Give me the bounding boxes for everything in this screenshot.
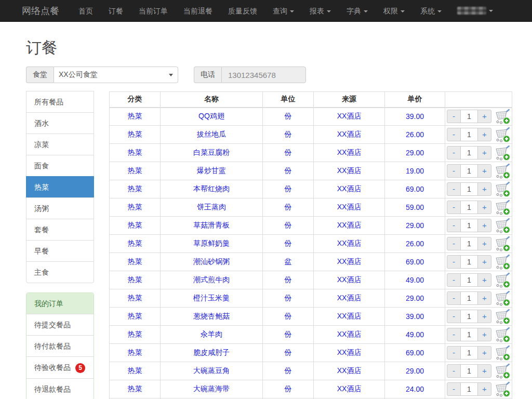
add-to-cart-button[interactable] (494, 236, 510, 251)
sidebar-category-item[interactable]: 套餐 (26, 219, 94, 241)
qty-plus-button[interactable]: + (477, 164, 491, 178)
qty-minus-button[interactable]: - (447, 273, 461, 287)
cell-dish-name[interactable]: 潮汕砂锅粥 (161, 253, 263, 271)
navbar-dropdown[interactable]: 系统 (413, 0, 449, 21)
my-orders-header[interactable]: 我的订单 (26, 293, 94, 314)
qty-plus-button[interactable]: + (477, 255, 491, 269)
qty-plus-button[interactable]: + (477, 291, 491, 305)
sidebar-category-item[interactable]: 热菜 (26, 176, 94, 198)
sidebar-category-item[interactable]: 主食 (26, 261, 94, 283)
cell-dish-name[interactable]: 本帮红烧肉 (161, 180, 263, 198)
qty-minus-button[interactable]: - (447, 328, 461, 341)
qty-minus-button[interactable]: - (447, 110, 461, 123)
qty-plus-button[interactable]: + (477, 182, 491, 196)
cell-dish-name[interactable]: 白菜豆腐粉 (161, 144, 263, 162)
navbar-dropdown[interactable]: 查询 (265, 0, 302, 21)
cell-dish-name[interactable]: QQ鸡翅 (161, 108, 263, 126)
qty-plus-button[interactable]: + (477, 128, 491, 141)
cell-dish-name[interactable]: 拔丝地瓜 (161, 126, 263, 144)
qty-input[interactable]: 1 (460, 382, 478, 396)
qty-input[interactable]: 1 (460, 255, 478, 269)
qty-input[interactable]: 1 (460, 128, 478, 141)
phone-input[interactable]: 13012345678 (221, 66, 306, 83)
qty-minus-button[interactable]: - (447, 346, 461, 360)
qty-minus-button[interactable]: - (447, 219, 461, 232)
cell-dish-name[interactable]: 葱烧杏鲍菇 (161, 308, 263, 326)
add-to-cart-button[interactable] (494, 163, 510, 179)
add-to-cart-button[interactable] (494, 200, 510, 215)
add-to-cart-button[interactable] (494, 218, 510, 233)
add-to-cart-button[interactable] (494, 309, 510, 324)
navbar-dropdown[interactable]: 权限 (376, 0, 413, 21)
cell-dish-name[interactable]: 橙汁玉米羹 (161, 289, 263, 308)
cell-dish-name[interactable]: 潮式煎牛肉 (161, 271, 263, 289)
cell-dish-name[interactable]: 大碗蒸豆角 (161, 362, 263, 380)
sidebar-category-item[interactable]: 早餐 (26, 240, 94, 262)
qty-plus-button[interactable]: + (477, 364, 491, 378)
qty-input[interactable]: 1 (460, 110, 478, 123)
qty-minus-button[interactable]: - (447, 237, 461, 250)
cell-dish-name[interactable]: 汆羊肉 (161, 326, 263, 344)
qty-minus-button[interactable]: - (447, 164, 461, 178)
cell-dish-name[interactable]: 大碗蒸海带 (161, 380, 263, 398)
qty-minus-button[interactable]: - (447, 201, 461, 214)
sidebar-order-item[interactable]: 待付款餐品 (26, 335, 94, 356)
add-to-cart-button[interactable] (494, 127, 510, 142)
qty-plus-button[interactable]: + (477, 219, 491, 232)
qty-plus-button[interactable]: + (477, 273, 491, 287)
qty-minus-button[interactable]: - (447, 382, 461, 396)
qty-minus-button[interactable]: - (447, 146, 461, 159)
cell-dish-name[interactable]: 脆皮咸肘子 (161, 344, 263, 362)
qty-input[interactable]: 1 (460, 182, 478, 196)
qty-input[interactable]: 1 (460, 201, 478, 214)
brand-link[interactable]: 网络点餐 (22, 0, 59, 21)
user-menu[interactable] (449, 0, 501, 21)
qty-input[interactable]: 1 (460, 273, 478, 287)
add-to-cart-button[interactable] (494, 145, 510, 161)
navbar-dropdown[interactable]: 字典 (339, 0, 376, 21)
qty-input[interactable]: 1 (460, 346, 478, 360)
qty-input[interactable]: 1 (460, 328, 478, 341)
qty-plus-button[interactable]: + (477, 346, 491, 360)
add-to-cart-button[interactable] (494, 327, 510, 342)
add-to-cart-button[interactable] (494, 181, 510, 197)
qty-input[interactable]: 1 (460, 291, 478, 305)
sidebar-category-item[interactable]: 酒水 (26, 112, 94, 134)
qty-plus-button[interactable]: + (477, 310, 491, 323)
qty-minus-button[interactable]: - (447, 364, 461, 378)
navbar-link[interactable]: 质量反馈 (220, 0, 265, 21)
navbar-link[interactable]: 当前订单 (131, 0, 176, 21)
add-to-cart-button[interactable] (494, 381, 510, 397)
qty-plus-button[interactable]: + (477, 382, 491, 396)
navbar-link[interactable]: 订餐 (101, 0, 131, 21)
qty-plus-button[interactable]: + (477, 201, 491, 214)
qty-input[interactable]: 1 (460, 219, 478, 232)
sidebar-category-item[interactable]: 凉菜 (26, 134, 94, 155)
add-to-cart-button[interactable] (494, 345, 510, 361)
qty-plus-button[interactable]: + (477, 146, 491, 159)
sidebar-category-item[interactable]: 所有餐品 (26, 91, 94, 113)
sidebar-category-item[interactable]: 面食 (26, 155, 94, 177)
qty-plus-button[interactable]: + (477, 328, 491, 341)
qty-input[interactable]: 1 (460, 364, 478, 378)
sidebar-order-item[interactable]: 待退款餐品 (26, 378, 94, 399)
cell-dish-name[interactable]: 草原鲜奶羹 (161, 235, 263, 253)
add-to-cart-button[interactable] (494, 254, 510, 270)
navbar-link[interactable]: 当前退餐 (176, 0, 220, 21)
add-to-cart-button[interactable] (494, 290, 510, 306)
qty-minus-button[interactable]: - (447, 255, 461, 269)
qty-minus-button[interactable]: - (447, 182, 461, 196)
qty-input[interactable]: 1 (460, 146, 478, 159)
qty-minus-button[interactable]: - (447, 128, 461, 141)
cell-dish-name[interactable]: 草菇滑青板 (161, 217, 263, 235)
qty-input[interactable]: 1 (460, 237, 478, 250)
cell-dish-name[interactable]: 饼王蒸肉 (161, 198, 263, 217)
cell-dish-name[interactable]: 爆炒甘蓝 (161, 162, 263, 180)
navbar-link[interactable]: 首页 (71, 0, 101, 21)
qty-input[interactable]: 1 (460, 164, 478, 178)
add-to-cart-button[interactable] (494, 109, 510, 124)
sidebar-order-item[interactable]: 待提交餐品 (26, 314, 94, 335)
add-to-cart-button[interactable] (494, 363, 510, 379)
qty-minus-button[interactable]: - (447, 291, 461, 305)
sidebar-order-item[interactable]: 待验收餐品5 (26, 356, 94, 378)
